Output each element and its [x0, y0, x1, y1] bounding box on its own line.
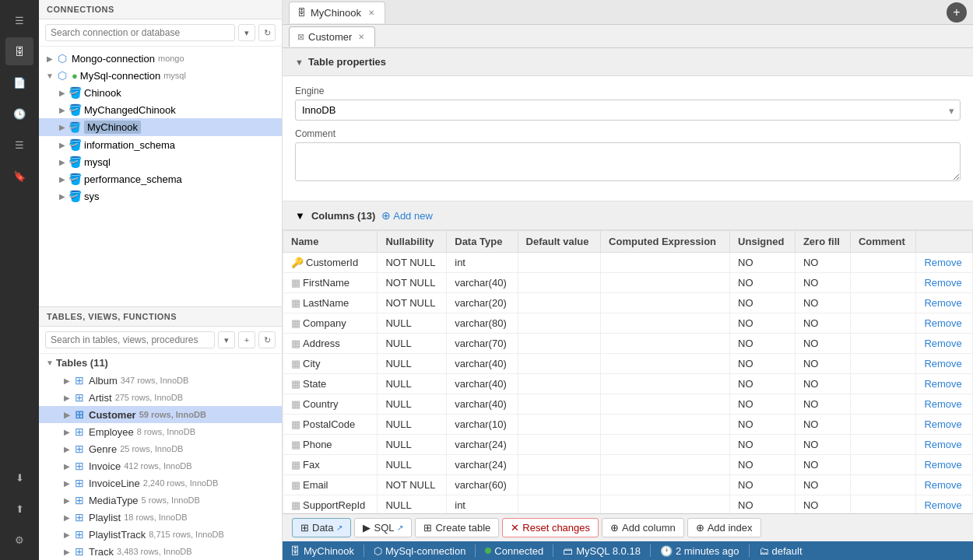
remove-link-9[interactable]: Remove — [924, 439, 961, 450]
sub-tab-customer[interactable]: ⊠ Customer ✕ — [289, 26, 375, 47]
remove-link-6[interactable]: Remove — [924, 378, 961, 390]
remove-link-1[interactable]: Remove — [924, 277, 961, 289]
remove-link-4[interactable]: Remove — [924, 338, 961, 349]
tree-item-mychangedchinook[interactable]: ▶ 🪣 MyChangedChinook — [39, 101, 282, 118]
remove-link-7[interactable]: Remove — [924, 398, 961, 410]
table-item-artist[interactable]: ▶ ⊞ Artist 275 rows, InnoDB — [39, 389, 282, 406]
cell-remove-8[interactable]: Remove — [916, 415, 973, 435]
tree-item-mysql-db[interactable]: ▶ 🪣 mysql — [39, 153, 282, 170]
remove-link-12[interactable]: Remove — [924, 499, 961, 511]
tree-item-mysql-connection[interactable]: ▼ ⬡ ● MySql-connection mysql — [39, 67, 282, 84]
tables-filter-icon[interactable]: ▾ — [218, 331, 235, 348]
tree-item-sys[interactable]: ▶ 🪣 sys — [39, 187, 282, 205]
table-expand-album[interactable]: ▶ — [62, 376, 72, 385]
sidebar-database-icon[interactable]: 🗄 — [5, 37, 33, 65]
table-item-playlist[interactable]: ▶ ⊞ Playlist 18 rows, InnoDB — [39, 509, 282, 526]
table-item-customer[interactable]: ▶ ⊞ Customer 59 rows, InnoDB — [39, 406, 282, 423]
add-index-button[interactable]: ⊕ Add index — [687, 518, 761, 537]
cell-remove-3[interactable]: Remove — [916, 313, 973, 334]
table-expand-playlist[interactable]: ▶ — [62, 513, 72, 522]
sidebar-layers-up-icon[interactable]: ⬆ — [5, 495, 33, 523]
remove-link-3[interactable]: Remove — [924, 317, 961, 329]
tree-item-mychinook[interactable]: ▶ 🪣 MyChinook — [39, 118, 282, 136]
table-item-genre[interactable]: ▶ ⊞ Genre 25 rows, InnoDB — [39, 440, 282, 457]
cell-remove-11[interactable]: Remove — [916, 475, 973, 495]
tree-item-chinook[interactable]: ▶ 🪣 Chinook — [39, 84, 282, 101]
tree-expand-information-schema[interactable]: ▶ — [58, 141, 67, 149]
tree-expand-mysql-db[interactable]: ▶ — [58, 158, 67, 166]
cell-remove-6[interactable]: Remove — [916, 374, 973, 394]
remove-link-2[interactable]: Remove — [924, 297, 961, 309]
table-item-track[interactable]: ▶ ⊞ Track 3,483 rows, InnoDB — [39, 543, 282, 560]
sidebar-bookmark-icon[interactable]: 🔖 — [5, 162, 33, 190]
tree-expand-performance-schema[interactable]: ▶ — [58, 175, 67, 184]
table-expand-invoice[interactable]: ▶ — [62, 462, 72, 471]
cell-remove-7[interactable]: Remove — [916, 394, 973, 415]
cell-remove-0[interactable]: Remove — [916, 253, 973, 273]
tables-group-expand[interactable]: ▼ — [45, 359, 54, 367]
cell-remove-12[interactable]: Remove — [916, 495, 973, 514]
comment-textarea[interactable] — [295, 142, 961, 181]
tree-item-mongo-connection[interactable]: ▶ ⬡ Mongo-connection mongo — [39, 50, 282, 67]
connections-refresh-icon[interactable]: ↻ — [258, 24, 276, 41]
tree-expand-mysql[interactable]: ▼ — [45, 72, 54, 80]
add-tab-button[interactable]: + — [947, 2, 967, 23]
table-item-invoice[interactable]: ▶ ⊞ Invoice 412 rows, InnoDB — [39, 457, 282, 474]
table-expand-employee[interactable]: ▶ — [62, 428, 72, 436]
sidebar-history-icon[interactable]: 🕓 — [5, 100, 33, 128]
table-expand-mediatype[interactable]: ▶ — [62, 496, 72, 505]
tree-expand-mychinook[interactable]: ▶ — [58, 123, 67, 131]
tree-expand-mychangedchinook[interactable]: ▶ — [58, 106, 67, 114]
cell-computed-9 — [601, 435, 730, 455]
engine-select[interactable]: InnoDB MyISAM Memory — [295, 100, 961, 121]
sql-button[interactable]: ▶ SQL ↗ — [354, 518, 412, 537]
table-item-invoiceline[interactable]: ▶ ⊞ InvoiceLine 2,240 rows, InnoDB — [39, 474, 282, 492]
tables-refresh-icon[interactable]: ↻ — [258, 331, 276, 348]
cell-remove-10[interactable]: Remove — [916, 455, 973, 475]
tables-add-icon[interactable]: + — [238, 331, 255, 348]
table-expand-customer[interactable]: ▶ — [62, 411, 72, 419]
cell-remove-5[interactable]: Remove — [916, 354, 973, 374]
remove-link-0[interactable]: Remove — [924, 257, 961, 268]
sidebar-menu-icon[interactable]: ☰ — [5, 6, 33, 34]
tree-expand-chinook[interactable]: ▶ — [58, 89, 67, 97]
table-item-playlisttrack[interactable]: ▶ ⊞ PlaylistTrack 8,715 rows, InnoDB — [39, 526, 282, 543]
table-expand-genre[interactable]: ▶ — [62, 445, 72, 453]
add-column-button[interactable]: ⊕ Add column — [602, 518, 684, 537]
sidebar-list-icon[interactable]: ☰ — [5, 131, 33, 159]
sub-tab-customer-close[interactable]: ✕ — [356, 31, 367, 42]
table-item-employee[interactable]: ▶ ⊞ Employee 8 rows, InnoDB — [39, 423, 282, 440]
tree-expand-mongo[interactable]: ▶ — [45, 54, 54, 63]
remove-link-10[interactable]: Remove — [924, 459, 961, 471]
table-properties-header[interactable]: ▼ Table properties — [283, 48, 973, 76]
connections-search-input[interactable] — [45, 24, 235, 41]
tab-mychinook[interactable]: 🗄 MyChinook ✕ — [289, 2, 385, 23]
sidebar-layers-down-icon[interactable]: ⬇ — [5, 464, 33, 492]
remove-link-5[interactable]: Remove — [924, 358, 961, 369]
table-item-album[interactable]: ▶ ⊞ Album 347 rows, InnoDB — [39, 372, 282, 389]
data-button[interactable]: ⊞ Data ↗ — [292, 518, 351, 537]
table-item-mediatype[interactable]: ▶ ⊞ MediaType 5 rows, InnoDB — [39, 492, 282, 509]
connections-filter-icon[interactable]: ▾ — [238, 24, 255, 41]
add-new-column-button[interactable]: ⊕ Add new — [381, 209, 433, 222]
cell-remove-9[interactable]: Remove — [916, 435, 973, 455]
sidebar-document-icon[interactable]: 📄 — [5, 68, 33, 96]
cell-remove-1[interactable]: Remove — [916, 273, 973, 293]
table-expand-invoiceline[interactable]: ▶ — [62, 479, 72, 488]
table-expand-playlisttrack[interactable]: ▶ — [62, 530, 72, 539]
table-expand-track[interactable]: ▶ — [62, 548, 72, 556]
cell-remove-4[interactable]: Remove — [916, 334, 973, 354]
cell-remove-2[interactable]: Remove — [916, 293, 973, 313]
reset-changes-button[interactable]: ✕ Reset changes — [502, 518, 599, 537]
table-expand-artist[interactable]: ▶ — [62, 394, 72, 402]
tree-item-information-schema[interactable]: ▶ 🪣 information_schema — [39, 136, 282, 153]
tables-group-header[interactable]: ▼ Tables (11) — [39, 354, 282, 372]
remove-link-8[interactable]: Remove — [924, 418, 961, 430]
tab-mychinook-close[interactable]: ✕ — [366, 7, 377, 18]
tree-expand-sys[interactable]: ▶ — [58, 192, 67, 201]
remove-link-11[interactable]: Remove — [924, 479, 961, 491]
create-table-button[interactable]: ⊞ Create table — [415, 518, 499, 537]
sidebar-settings-icon[interactable]: ⚙ — [5, 526, 33, 554]
tree-item-performance-schema[interactable]: ▶ 🪣 performance_schema — [39, 170, 282, 187]
tables-search-input[interactable] — [45, 331, 215, 348]
